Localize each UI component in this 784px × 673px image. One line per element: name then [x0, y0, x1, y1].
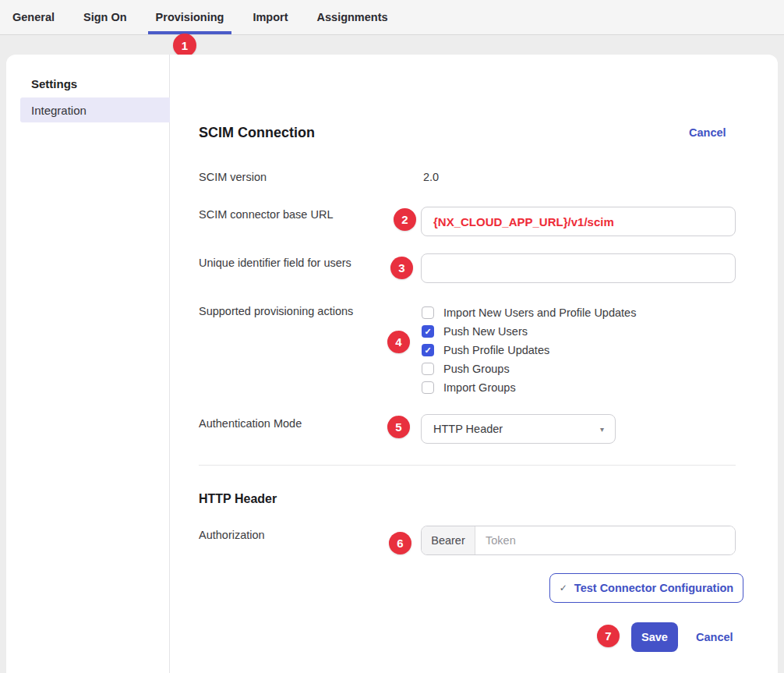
unique-id-input[interactable] [421, 253, 736, 283]
app-tab-bar: General Sign On Provisioning Import Assi… [0, 0, 784, 35]
auth-mode-label: Authentication Mode [199, 417, 302, 430]
settings-sidebar: Settings Integration [6, 55, 170, 673]
save-button[interactable]: Save [631, 622, 678, 652]
page-title: SCIM Connection [199, 125, 315, 141]
step-badge-3: 3 [390, 257, 413, 279]
checkbox-box: ✓ [422, 325, 434, 338]
check-icon: ✓ [424, 346, 431, 355]
checkbox-label: Import New Users and Profile Updates [443, 306, 636, 319]
tab-sign-on[interactable]: Sign On [76, 0, 135, 34]
chevron-down-icon: ▾ [600, 425, 604, 434]
check-icon: ✓ [560, 583, 567, 593]
step-badge-5: 5 [387, 416, 410, 438]
checkbox-label: Push Groups [443, 363, 510, 375]
auth-mode-select[interactable]: HTTP Header ▾ [421, 414, 616, 444]
checkbox-label: Push New Users [443, 325, 528, 338]
token-input[interactable] [475, 526, 735, 554]
step-badge-1: 1 [173, 34, 196, 57]
scim-version-value: 2.0 [423, 171, 439, 183]
sidebar-item-integration[interactable]: Integration [20, 97, 170, 122]
checkbox-label: Push Profile Updates [443, 344, 549, 356]
authorization-input-group: Bearer [421, 526, 736, 555]
tab-general[interactable]: General [5, 0, 62, 34]
cancel-link-bottom[interactable]: Cancel [696, 631, 733, 643]
checkbox-label: Import Groups [443, 381, 516, 394]
base-url-label: SCIM connector base URL [199, 208, 333, 221]
checkbox-import-new-users[interactable]: ✓ Import New Users and Profile Updates [422, 303, 636, 322]
sidebar-header: Settings [31, 77, 77, 90]
section-divider [199, 465, 736, 466]
tab-import[interactable]: Import [245, 0, 295, 34]
checkbox-box: ✓ [422, 344, 434, 356]
checkbox-box: ✓ [422, 381, 434, 394]
test-connector-label: Test Connector Configuration [574, 582, 733, 594]
step-badge-4: 4 [387, 331, 410, 353]
checkbox-push-groups[interactable]: ✓ Push Groups [422, 360, 510, 378]
authorization-label: Authorization [199, 529, 265, 541]
http-header-section-title: HTTP Header [199, 492, 277, 506]
check-icon: ✓ [424, 328, 431, 336]
checkbox-import-groups[interactable]: ✓ Import Groups [422, 378, 516, 397]
bearer-prefix: Bearer [422, 526, 475, 554]
scim-connection-panel: SCIM Connection Cancel SCIM version 2.0 … [170, 55, 778, 673]
test-connector-configuration-button[interactable]: ✓ Test Connector Configuration [549, 573, 743, 603]
step-badge-2: 2 [394, 208, 416, 231]
checkbox-box: ✓ [422, 363, 434, 375]
cancel-link-top[interactable]: Cancel [689, 126, 726, 139]
step-badge-6: 6 [389, 532, 411, 554]
checkbox-push-new-users[interactable]: ✓ Push New Users [422, 322, 528, 341]
step-badge-7: 7 [597, 625, 620, 647]
tab-provisioning[interactable]: Provisioning [148, 0, 232, 34]
tab-assignments[interactable]: Assignments [309, 0, 396, 34]
auth-mode-value: HTTP Header [433, 423, 503, 435]
base-url-input[interactable] [421, 207, 736, 236]
scim-version-label: SCIM version [199, 171, 267, 183]
provisioning-card: Settings Integration SCIM Connection Can… [6, 55, 778, 673]
checkbox-push-profile-updates[interactable]: ✓ Push Profile Updates [422, 341, 549, 360]
unique-id-label: Unique identifier field for users [199, 257, 351, 269]
checkbox-box: ✓ [422, 306, 434, 319]
provisioning-actions-label: Supported provisioning actions [199, 305, 353, 317]
